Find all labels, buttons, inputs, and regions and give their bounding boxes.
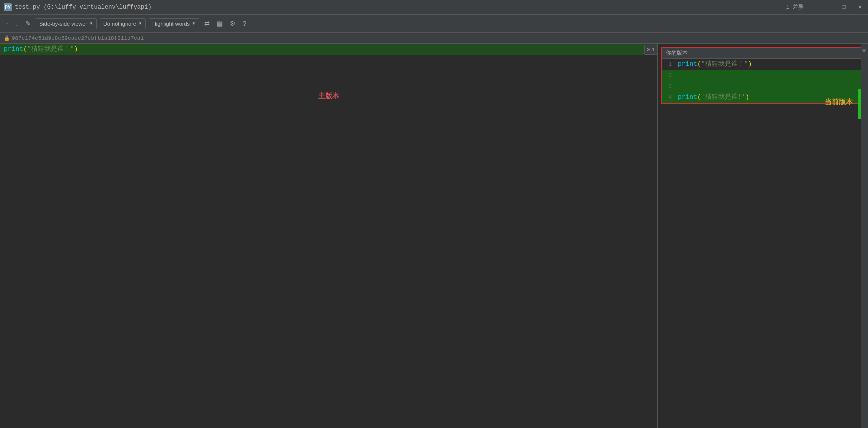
file-icon: py <box>4 4 12 12</box>
diff-code-area: 1 print("猜猜我是谁！") 2 3 <box>662 59 864 103</box>
viewer-dropdown-arrow: ▼ <box>90 22 94 26</box>
main-area: print("猜猜我是谁！") 主版本 » 1 你的版本 1 print("猜猜… <box>0 44 868 428</box>
jump-line-num: 1 <box>652 47 655 53</box>
viewer-dropdown[interactable]: Side-by-side viewer ▼ <box>36 18 97 30</box>
next-diff-button[interactable]: ↓ <box>14 18 21 30</box>
diff-line-3: 3 <box>662 81 864 92</box>
right-panel: 你的版本 1 print("猜猜我是谁！") 2 <box>658 44 868 428</box>
highlight-dropdown-arrow: ▼ <box>192 22 196 26</box>
title-bar-text: test.py (G:\luffy-virtualenv\luffyapi) <box>15 4 152 11</box>
maximize-button[interactable]: □ <box>840 4 848 11</box>
left-line-content-1: print("猜猜我是谁！") <box>2 44 658 55</box>
diff-panel: 你的版本 1 print("猜猜我是谁！") 2 <box>661 47 865 104</box>
diff-line-num-2: 2 <box>662 70 676 81</box>
close-button[interactable]: ✕ <box>856 4 864 11</box>
cursor <box>678 70 678 77</box>
title-bar: py test.py (G:\luffy-virtualenv\luffyapi… <box>0 0 868 15</box>
diff-line-2: 2 <box>662 70 864 81</box>
settings-button[interactable]: ⚙ <box>228 18 238 30</box>
ignore-dropdown[interactable]: Do not ignore ▼ <box>100 18 146 30</box>
diff-badge: 1 差异 <box>786 4 804 11</box>
title-bar-controls: 1 差异 — □ ✕ <box>786 0 864 14</box>
edit-button[interactable]: ✎ <box>24 18 33 30</box>
left-panel-label: 主版本 <box>318 92 340 101</box>
commit-bar: 🔒 987c174c51d9c8c69cace27cbfb1a18f211d7e… <box>0 33 868 44</box>
diff-line-content-2 <box>676 70 864 81</box>
highlight-dropdown[interactable]: Highlight words ▼ <box>149 18 200 30</box>
diff-line-num-3: 3 <box>662 81 676 92</box>
diff-line-content-1: print("猜猜我是谁！") <box>676 59 864 70</box>
current-version-label: 当前版本 <box>825 98 853 107</box>
toolbar: ↑ ↓ ✎ Side-by-side viewer ▼ Do not ignor… <box>0 15 868 33</box>
swap-button[interactable]: ⇄ <box>202 18 212 30</box>
commit-hash: 987c174c51d9c8c69cace27cbfb1a18f211d7ea1 <box>12 36 144 42</box>
eye-icon: 👁 <box>862 48 867 54</box>
diff-line-num-4: 4 <box>662 92 676 103</box>
collapse-button[interactable]: ▤ <box>215 18 225 30</box>
left-code-line-1: print("猜猜我是谁！") <box>0 44 658 55</box>
your-version-label: 你的版本 <box>666 50 688 57</box>
diff-header: 你的版本 <box>662 48 864 59</box>
lock-icon: 🔒 <box>4 36 10 42</box>
ignore-dropdown-arrow: ▼ <box>138 22 142 26</box>
left-panel: print("猜猜我是谁！") 主版本 » 1 <box>0 44 658 428</box>
minimize-button[interactable]: — <box>824 4 832 11</box>
prev-diff-button[interactable]: ↑ <box>4 18 11 30</box>
diff-line-1: 1 print("猜猜我是谁！") <box>662 59 864 70</box>
help-button[interactable]: ? <box>241 18 248 30</box>
jump-arrow[interactable]: » 1 <box>644 45 658 55</box>
right-scrollbar-track[interactable]: 👁 <box>861 44 868 428</box>
diff-line-num-1: 1 <box>662 59 676 70</box>
